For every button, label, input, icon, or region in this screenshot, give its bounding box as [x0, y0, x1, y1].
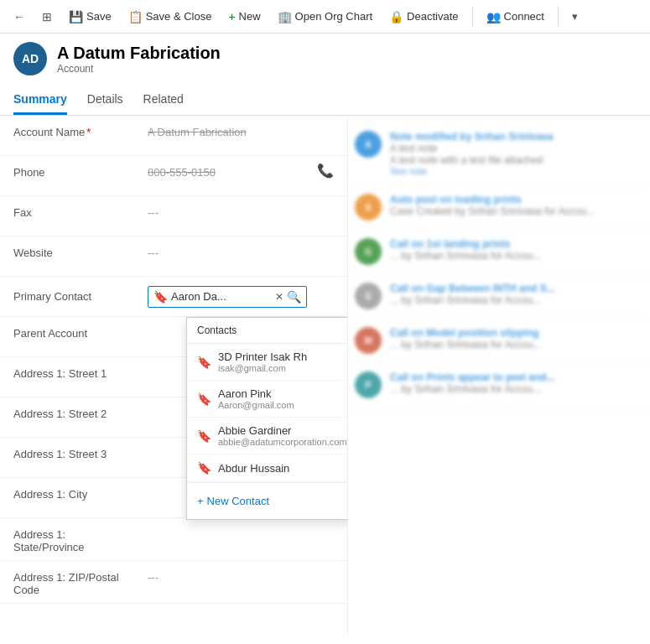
save-close-icon: 📋 — [128, 10, 143, 23]
value-address-zip: --- — [148, 568, 334, 584]
contact-lookup-icon: 🔖 — [153, 290, 168, 304]
contact-icon: 🔖 — [197, 392, 211, 406]
tabs-bar: Summary Details Related — [0, 84, 650, 116]
field-address-zip: Address 1: ZIP/Postal Code --- — [0, 561, 347, 604]
required-indicator: * — [86, 126, 91, 138]
layout-icon: ⊞ — [42, 10, 52, 23]
activity-title: Auto post on loading prints — [390, 194, 643, 205]
save-icon: 💾 — [69, 10, 83, 23]
toolbar-more-button[interactable]: ▾ — [565, 3, 585, 30]
label-primary-contact: Primary Contact — [13, 290, 148, 303]
record-subtitle: Account — [57, 63, 221, 75]
activity-item: G Call on 1st landing prints ... by Srih… — [355, 230, 643, 274]
activity-avatar: M — [355, 327, 382, 354]
activity-content: Call on 1st landing prints ... by Srihan… — [390, 238, 643, 265]
save-button[interactable]: 💾 Save — [62, 7, 118, 27]
activity-avatar: G — [355, 238, 382, 265]
item-name: 3D Printer Isak Rh — [218, 351, 348, 363]
contact-name-value: Aaron Da... — [171, 290, 272, 303]
field-account-name: Account Name* A Datum Fabrication — [0, 116, 347, 156]
new-button[interactable]: + New — [221, 7, 267, 27]
label-account-name: Account Name* — [13, 122, 148, 138]
list-item[interactable]: 🔖 3D Printer Isak Rh isak@gmail.com ∨ — [187, 344, 348, 381]
deactivate-button[interactable]: 🔒 Deactivate — [382, 7, 465, 27]
record-title: A Datum Fabrication — [57, 44, 221, 63]
activity-item: M Call on Model position slipping ... by… — [355, 319, 643, 363]
dropdown-header: Contacts Recent records — [187, 318, 348, 344]
label-address-city: Address 1: City — [13, 485, 148, 501]
value-fax: --- — [148, 203, 334, 219]
field-address-state: Address 1: State/Province — [0, 518, 347, 561]
item-email: isak@gmail.com — [218, 363, 348, 373]
label-address-street-1: Address 1: Street 1 — [13, 364, 148, 380]
activity-title: Note modified by Srihan Srinivasa — [390, 131, 643, 143]
save-close-button[interactable]: 📋 Save & Close — [122, 7, 219, 27]
activity-content: Call on Gap Between INTH and S... ... by… — [390, 283, 643, 309]
main-content: Account Name* A Datum Fabrication Phone … — [0, 116, 650, 636]
clear-contact-icon[interactable]: ✕ — [275, 291, 283, 303]
list-item[interactable]: 🔖 Abbie Gardiner abbie@adatumcorporation… — [187, 418, 348, 454]
list-item[interactable]: 🔖 Abdur Hussain ∨ — [187, 454, 348, 482]
value-account-name: A Datum Fabrication — [148, 122, 334, 138]
activity-item: A Note modified by Srihan Srinivasa A te… — [355, 122, 643, 185]
new-contact-button[interactable]: + New Contact — [197, 495, 269, 507]
open-org-chart-button[interactable]: 🏢 Open Org Chart — [271, 7, 380, 27]
contact-icon: 🔖 — [197, 461, 211, 475]
back-button[interactable]: ← — [7, 7, 32, 27]
activity-avatar: P — [355, 371, 382, 398]
tab-related[interactable]: Related — [143, 84, 184, 115]
label-parent-account: Parent Account — [13, 324, 148, 340]
org-chart-icon: 🏢 — [278, 10, 292, 23]
search-contact-icon[interactable]: 🔍 — [287, 290, 301, 304]
layout-button[interactable]: ⊞ — [35, 7, 59, 27]
header-info: A Datum Fabrication Account — [57, 44, 221, 75]
activity-text: ... by Srihan Srinivasa for Accou... — [390, 250, 643, 262]
toolbar-separator-2 — [558, 7, 559, 27]
activity-text: ... by Srihan Srinivasa for Accou... — [390, 339, 643, 351]
field-website: Website --- — [0, 236, 347, 277]
dropdown-list[interactable]: 🔖 3D Printer Isak Rh isak@gmail.com ∨ 🔖 … — [187, 344, 348, 482]
connect-button[interactable]: 👥 Connect — [480, 7, 551, 27]
activity-link[interactable]: See note — [390, 166, 643, 176]
activity-title: Call on Prints appear to peel and... — [390, 371, 643, 383]
activity-item: S Call on Gap Between INTH and S... ... … — [355, 274, 643, 319]
item-info: 3D Printer Isak Rh isak@gmail.com — [218, 351, 348, 373]
label-address-zip: Address 1: ZIP/Postal Code — [13, 568, 148, 596]
new-icon: + — [228, 10, 235, 23]
item-name: Abdur Hussain — [218, 462, 348, 475]
activity-title: Call on Model position slipping — [390, 327, 643, 339]
activity-title: Call on Gap Between INTH and S... — [390, 283, 643, 294]
activity-title: Call on 1st landing prints — [390, 238, 643, 250]
field-fax: Fax --- — [0, 196, 347, 236]
activity-content: Note modified by Srihan Srinivasa A test… — [390, 131, 643, 176]
activity-avatar: S — [355, 283, 382, 309]
toolbar-separator — [472, 7, 473, 27]
primary-contact-input[interactable]: 🔖 Aaron Da... ✕ 🔍 — [148, 286, 307, 308]
label-address-street-3: Address 1: Street 3 — [13, 444, 148, 460]
chevron-down-icon: ▾ — [572, 10, 578, 23]
col-contacts-label: Contacts — [197, 325, 237, 336]
list-item[interactable]: 🔖 Aaron Pink Aaron@gmail.com ∨ — [187, 381, 348, 418]
label-address-street-2: Address 1: Street 2 — [13, 404, 148, 420]
field-phone: Phone 800-555-0158 📞 — [0, 156, 347, 196]
item-email: Aaron@gmail.com — [218, 400, 348, 410]
item-info: Aaron Pink Aaron@gmail.com — [218, 387, 348, 410]
activity-text: Case Created by Srihan Srinivasa for Acc… — [390, 205, 643, 217]
avatar: AD — [13, 42, 47, 75]
tab-details[interactable]: Details — [87, 84, 123, 115]
item-name: Aaron Pink — [218, 387, 348, 400]
tab-summary[interactable]: Summary — [13, 84, 67, 115]
phone-icon[interactable]: 📞 — [317, 163, 334, 179]
form-panel: Account Name* A Datum Fabrication Phone … — [0, 116, 348, 636]
contact-lookup-dropdown: Contacts Recent records 🔖 3D Printer Isa… — [186, 317, 348, 520]
contact-icon: 🔖 — [197, 356, 211, 369]
dropdown-footer: + New Contact Advanced lookup — [187, 482, 348, 519]
plus-icon: + — [197, 495, 204, 507]
item-email: abbie@adatumcorporation.com — [218, 437, 348, 447]
item-info: Abdur Hussain — [218, 462, 348, 475]
field-primary-contact: Primary Contact 🔖 Aaron Da... ✕ 🔍 Contac… — [0, 277, 347, 317]
record-header: AD A Datum Fabrication Account — [0, 34, 650, 84]
activity-content: Call on Model position slipping ... by S… — [390, 327, 643, 354]
item-name: Abbie Gardiner — [218, 424, 348, 437]
contact-icon: 🔖 — [197, 429, 211, 443]
